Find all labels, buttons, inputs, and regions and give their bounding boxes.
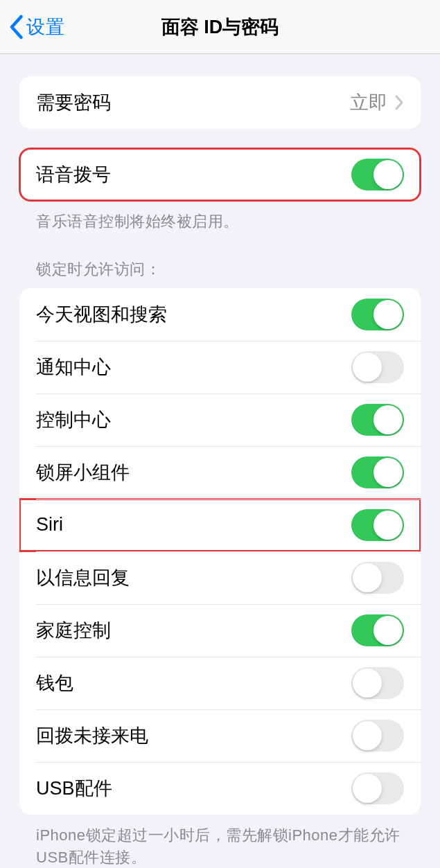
row-today-view: 今天视图和搜索 [19,288,421,341]
group-footer-lock: iPhone锁定超过一小时后，需先解锁iPhone才能允许USB配件连接。 [19,815,421,868]
toggle-usb-accessories[interactable] [351,772,404,804]
group-require-passcode: 需要密码 立即 [19,76,421,129]
row-usb-accessories: USB配件 [19,762,421,815]
nav-header: 设置 面容 ID与密码 [0,0,440,54]
row-label: 需要密码 [36,90,111,115]
row-label: 今天视图和搜索 [36,302,167,327]
row-voice-dial: 语音拨号 [19,148,421,201]
row-reply-message: 以信息回复 [19,551,421,604]
group-voice-dial: 语音拨号 [19,148,421,201]
section-header-lock-access: 锁定时允许访问： [19,259,421,288]
row-value: 立即 [350,90,387,115]
chevron-left-icon [8,15,24,39]
back-button[interactable]: 设置 [0,15,65,39]
toggle-today-view[interactable] [351,299,404,330]
row-label: USB配件 [36,776,112,801]
row-control-center: 控制中心 [19,393,421,446]
toggle-reply-message[interactable] [351,562,404,594]
row-wallet: 钱包 [19,657,421,709]
row-return-missed-calls: 回拨未接来电 [19,709,421,762]
row-home-control: 家庭控制 [19,604,421,657]
back-label: 设置 [26,15,65,39]
row-lock-widgets: 锁屏小组件 [19,446,421,499]
row-require-passcode[interactable]: 需要密码 立即 [19,76,421,129]
row-label: 通知中心 [36,355,111,380]
toggle-siri[interactable] [351,509,404,541]
row-label: 语音拨号 [36,162,111,187]
row-label: 回拨未接来电 [36,723,148,748]
toggle-wallet[interactable] [351,667,404,699]
row-notification-center: 通知中心 [19,341,421,393]
toggle-notification-center[interactable] [351,351,404,383]
toggle-lock-widgets[interactable] [351,457,404,488]
group-lock-access: 今天视图和搜索 通知中心 控制中心 锁屏小组件 Siri 以信息回复 家庭控制 [19,288,421,815]
toggle-return-missed-calls[interactable] [351,720,404,752]
chevron-right-icon [394,94,404,111]
row-label: 家庭控制 [36,618,111,643]
row-label: 钱包 [36,671,73,696]
toggle-home-control[interactable] [351,614,404,646]
page-title: 面容 ID与密码 [0,15,440,39]
toggle-voice-dial[interactable] [351,159,404,191]
row-label: Siri [36,514,63,535]
toggle-control-center[interactable] [351,404,404,436]
row-value-wrap: 立即 [350,90,404,115]
row-siri: Siri [19,499,421,551]
row-label: 锁屏小组件 [36,460,130,485]
row-label: 以信息回复 [36,565,130,590]
row-label: 控制中心 [36,407,111,432]
group-footer-voice: 音乐语音控制将始终被启用。 [19,201,421,233]
